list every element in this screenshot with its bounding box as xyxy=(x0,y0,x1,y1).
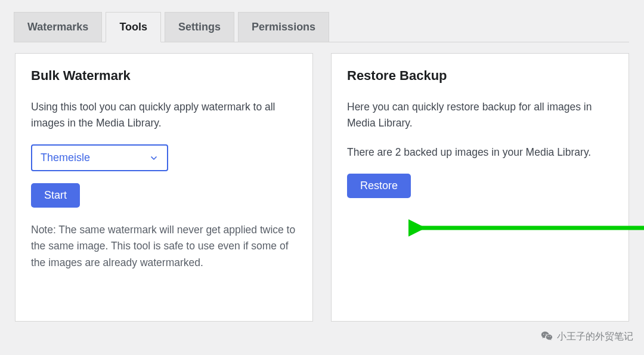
panel-restore-backup: Restore Backup Here you can quickly rest… xyxy=(331,53,629,322)
restore-count: There are 2 backed up images in your Med… xyxy=(347,144,613,160)
watermark-select-value: Themeisle xyxy=(41,152,90,164)
tab-watermarks[interactable]: Watermarks xyxy=(14,12,102,42)
source-watermark: 小王子的外贸笔记 xyxy=(540,330,633,343)
wechat-icon xyxy=(540,330,553,343)
source-watermark-text: 小王子的外贸笔记 xyxy=(557,331,633,343)
restore-title: Restore Backup xyxy=(347,68,613,84)
restore-button[interactable]: Restore xyxy=(347,174,411,198)
start-button[interactable]: Start xyxy=(31,183,80,208)
panels-row: Bulk Watermark Using this tool you can q… xyxy=(15,53,629,322)
panel-bulk-watermark: Bulk Watermark Using this tool you can q… xyxy=(15,53,313,322)
restore-desc: Here you can quickly restore backup for … xyxy=(347,99,613,131)
bulk-watermark-note: Note: The same watermark will never get … xyxy=(31,222,297,270)
bulk-watermark-desc: Using this tool you can quickly apply wa… xyxy=(31,99,297,131)
tab-permissions[interactable]: Permissions xyxy=(238,12,329,42)
chevron-down-icon xyxy=(149,153,159,163)
tab-tools[interactable]: Tools xyxy=(106,12,161,42)
tab-settings[interactable]: Settings xyxy=(165,12,234,42)
watermark-select[interactable]: Themeisle xyxy=(31,144,168,171)
bulk-watermark-title: Bulk Watermark xyxy=(31,68,297,84)
tab-bar: Watermarks Tools Settings Permissions xyxy=(14,12,629,42)
